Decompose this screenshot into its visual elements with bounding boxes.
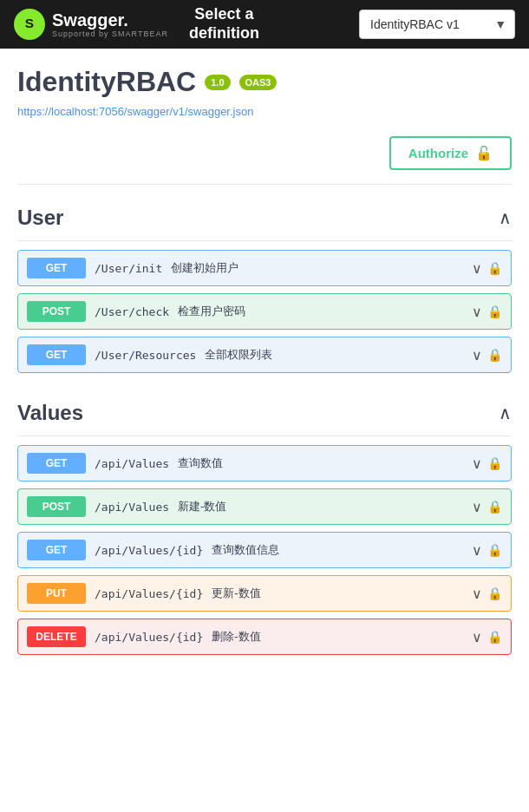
sections-container: User ∧ GET /User/init 创建初始用户 ∨ 🔒 POST /U… — [17, 199, 512, 655]
endpoint-path: /api/Values — [95, 457, 169, 470]
endpoint-row-values-1[interactable]: POST /api/Values 新建-数值 ∨ 🔒 — [17, 488, 512, 525]
endpoint-path: /api/Values/{id} — [95, 587, 203, 600]
endpoint-actions: ∨ 🔒 — [472, 260, 502, 277]
header-select-title: Select a definition — [189, 5, 259, 43]
endpoint-lock-icon[interactable]: 🔒 — [487, 348, 502, 362]
section-user: User ∧ GET /User/init 创建初始用户 ∨ 🔒 POST /U… — [17, 199, 512, 373]
main-content: IdentityRBAC 1.0 OAS3 https://localhost:… — [0, 49, 529, 693]
endpoint-desc: 全部权限列表 — [205, 347, 463, 363]
endpoint-row-values-2[interactable]: GET /api/Values/{id} 查询数值信息 ∨ 🔒 — [17, 532, 512, 568]
authorize-label: Authorize — [408, 146, 468, 160]
chevron-down-icon[interactable]: ∨ — [472, 629, 482, 645]
collapse-icon-user[interactable]: ∧ — [499, 207, 512, 228]
endpoint-path: /User/Resources — [95, 349, 196, 362]
swagger-logo-sub: Supported by SMARTBEAR — [52, 29, 168, 38]
endpoint-lock-icon[interactable]: 🔒 — [487, 304, 502, 318]
chevron-down-icon[interactable]: ∨ — [472, 542, 482, 559]
chevron-down-icon[interactable]: ∨ — [472, 260, 482, 277]
endpoint-actions: ∨ 🔒 — [472, 499, 502, 515]
endpoint-desc: 检查用户密码 — [178, 304, 463, 319]
section-title-values: Values — [17, 401, 83, 425]
endpoint-lock-icon[interactable]: 🔒 — [487, 456, 502, 470]
endpoint-path: /api/Values/{id} — [95, 631, 203, 644]
chevron-down-icon[interactable]: ∨ — [472, 499, 482, 515]
endpoint-row-values-4[interactable]: DELETE /api/Values/{id} 删除-数值 ∨ 🔒 — [17, 619, 512, 655]
endpoint-desc: 新建-数值 — [178, 499, 463, 514]
endpoint-lock-icon[interactable]: 🔒 — [487, 543, 502, 557]
version-badge: 1.0 — [205, 75, 230, 90]
endpoint-path: /api/Values/{id} — [95, 544, 203, 557]
method-badge-get: GET — [27, 453, 86, 474]
endpoint-lock-icon[interactable]: 🔒 — [487, 586, 502, 600]
authorize-lock-icon: 🔓 — [475, 145, 493, 161]
endpoint-desc: 删除-数值 — [212, 629, 463, 645]
endpoint-row-user-1[interactable]: POST /User/check 检查用户密码 ∨ 🔒 — [17, 293, 512, 330]
endpoint-row-values-0[interactable]: GET /api/Values 查询数值 ∨ 🔒 — [17, 445, 512, 481]
method-badge-get: GET — [27, 344, 86, 365]
endpoint-lock-icon[interactable]: 🔒 — [487, 500, 502, 514]
endpoint-lock-icon[interactable]: 🔒 — [487, 261, 502, 275]
method-badge-put: PUT — [27, 583, 86, 604]
endpoint-path: /api/Values — [95, 501, 169, 514]
endpoint-actions: ∨ 🔒 — [472, 455, 502, 472]
swagger-json-link[interactable]: https://localhost:7056/swagger/v1/swagge… — [17, 105, 253, 118]
swagger-logo-text: Swagger. Supported by SMARTBEAR — [52, 10, 168, 38]
app-title-row: IdentityRBAC 1.0 OAS3 — [17, 66, 512, 98]
endpoint-desc: 查询数值 — [178, 455, 463, 471]
chevron-down-icon[interactable]: ∨ — [472, 586, 482, 602]
oas-badge: OAS3 — [239, 75, 278, 90]
svg-text:S: S — [25, 16, 34, 30]
endpoint-actions: ∨ 🔒 — [472, 629, 502, 645]
section-header-values[interactable]: Values ∧ — [17, 394, 512, 436]
endpoint-lock-icon[interactable]: 🔒 — [487, 630, 502, 644]
swagger-logo-main: Swagger. — [52, 10, 168, 29]
endpoint-actions: ∨ 🔒 — [472, 304, 502, 320]
section-header-user[interactable]: User ∧ — [17, 199, 512, 241]
endpoint-desc: 创建初始用户 — [171, 260, 463, 276]
collapse-icon-values[interactable]: ∧ — [499, 403, 512, 423]
endpoint-path: /User/check — [95, 305, 169, 318]
method-badge-post: POST — [27, 496, 86, 517]
endpoint-desc: 更新-数值 — [212, 586, 463, 601]
endpoint-path: /User/init — [95, 262, 162, 275]
endpoint-actions: ∨ 🔒 — [472, 586, 502, 602]
authorize-button[interactable]: Authorize 🔓 — [389, 136, 512, 170]
endpoint-row-values-3[interactable]: PUT /api/Values/{id} 更新-数值 ∨ 🔒 — [17, 575, 512, 612]
section-divider — [17, 184, 512, 185]
endpoint-row-user-2[interactable]: GET /User/Resources 全部权限列表 ∨ 🔒 — [17, 337, 512, 373]
endpoint-desc: 查询数值信息 — [212, 542, 463, 558]
definition-selector-wrapper: IdentityRBAC v1 ▼ — [359, 10, 515, 39]
method-badge-get: GET — [27, 540, 86, 560]
swagger-logo: S Swagger. Supported by SMARTBEAR — [14, 9, 168, 40]
app-title: IdentityRBAC — [17, 66, 196, 98]
definition-selector[interactable]: IdentityRBAC v1 — [359, 10, 515, 39]
endpoint-row-user-0[interactable]: GET /User/init 创建初始用户 ∨ 🔒 — [17, 250, 512, 286]
chevron-down-icon[interactable]: ∨ — [472, 455, 482, 472]
section-title-user: User — [17, 206, 63, 230]
authorize-area: Authorize 🔓 — [17, 136, 512, 170]
chevron-down-icon[interactable]: ∨ — [472, 304, 482, 320]
section-values: Values ∧ GET /api/Values 查询数值 ∨ 🔒 POST /… — [17, 394, 512, 655]
chevron-down-icon[interactable]: ∨ — [472, 347, 482, 363]
method-badge-delete: DELETE — [27, 626, 86, 647]
method-badge-post: POST — [27, 301, 86, 322]
app-header: S Swagger. Supported by SMARTBEAR Select… — [0, 0, 529, 49]
method-badge-get: GET — [27, 258, 86, 278]
app-title-area: IdentityRBAC 1.0 OAS3 https://localhost:… — [17, 66, 512, 119]
endpoint-actions: ∨ 🔒 — [472, 542, 502, 559]
endpoint-actions: ∨ 🔒 — [472, 347, 502, 363]
swagger-logo-icon: S — [14, 9, 45, 40]
